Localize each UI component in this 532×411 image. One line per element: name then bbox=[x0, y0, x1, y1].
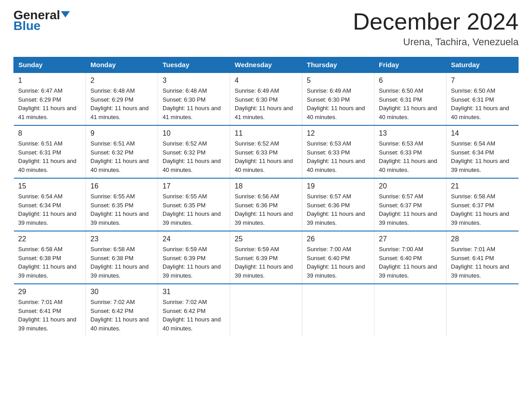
day-number: 24 bbox=[163, 235, 225, 243]
calendar-cell bbox=[230, 284, 302, 336]
page-header: General Blue December 2024 Urena, Tachir… bbox=[13, 9, 519, 48]
day-number: 5 bbox=[307, 77, 369, 85]
day-info: Sunrise: 6:53 AMSunset: 6:33 PMDaylight:… bbox=[307, 140, 365, 173]
calendar-cell: 30 Sunrise: 7:02 AMSunset: 6:42 PMDaylig… bbox=[86, 284, 158, 336]
day-info: Sunrise: 6:49 AMSunset: 6:30 PMDaylight:… bbox=[235, 87, 293, 120]
day-number: 20 bbox=[379, 182, 442, 190]
day-info: Sunrise: 6:55 AMSunset: 6:35 PMDaylight:… bbox=[163, 193, 221, 226]
day-info: Sunrise: 6:55 AMSunset: 6:35 PMDaylight:… bbox=[90, 193, 149, 226]
calendar-cell: 12 Sunrise: 6:53 AMSunset: 6:33 PMDaylig… bbox=[302, 125, 374, 178]
calendar-cell: 15 Sunrise: 6:54 AMSunset: 6:34 PMDaylig… bbox=[14, 178, 86, 231]
calendar-cell: 7 Sunrise: 6:50 AMSunset: 6:31 PMDayligh… bbox=[446, 73, 519, 125]
day-info: Sunrise: 6:59 AMSunset: 6:39 PMDaylight:… bbox=[163, 246, 221, 279]
day-info: Sunrise: 7:01 AMSunset: 6:41 PMDaylight:… bbox=[451, 246, 509, 279]
day-info: Sunrise: 6:59 AMSunset: 6:39 PMDaylight:… bbox=[235, 246, 293, 279]
calendar-cell: 19 Sunrise: 6:57 AMSunset: 6:36 PMDaylig… bbox=[302, 178, 374, 231]
day-number: 19 bbox=[307, 182, 369, 190]
day-info: Sunrise: 7:02 AMSunset: 6:42 PMDaylight:… bbox=[90, 299, 149, 332]
calendar-cell: 20 Sunrise: 6:57 AMSunset: 6:37 PMDaylig… bbox=[374, 178, 446, 231]
day-number: 10 bbox=[163, 129, 225, 137]
day-info: Sunrise: 6:49 AMSunset: 6:30 PMDaylight:… bbox=[307, 87, 365, 120]
calendar-cell: 31 Sunrise: 7:02 AMSunset: 6:42 PMDaylig… bbox=[158, 284, 230, 336]
logo: General Blue bbox=[13, 9, 70, 32]
calendar-table: Sunday Monday Tuesday Wednesday Thursday… bbox=[13, 57, 519, 336]
day-number: 6 bbox=[379, 77, 442, 85]
day-info: Sunrise: 7:02 AMSunset: 6:42 PMDaylight:… bbox=[163, 299, 221, 332]
day-number: 11 bbox=[235, 129, 297, 137]
calendar-cell: 18 Sunrise: 6:56 AMSunset: 6:36 PMDaylig… bbox=[230, 178, 302, 231]
day-number: 23 bbox=[90, 235, 153, 243]
calendar-header: Sunday Monday Tuesday Wednesday Thursday… bbox=[14, 57, 519, 73]
calendar-cell: 4 Sunrise: 6:49 AMSunset: 6:30 PMDayligh… bbox=[230, 73, 302, 125]
header-monday: Monday bbox=[86, 57, 158, 73]
day-number: 17 bbox=[163, 182, 225, 190]
day-info: Sunrise: 6:50 AMSunset: 6:31 PMDaylight:… bbox=[379, 87, 437, 120]
day-number: 1 bbox=[18, 77, 82, 85]
calendar-cell: 11 Sunrise: 6:52 AMSunset: 6:33 PMDaylig… bbox=[230, 125, 302, 178]
day-number: 8 bbox=[18, 129, 82, 137]
calendar-cell: 21 Sunrise: 6:58 AMSunset: 6:37 PMDaylig… bbox=[446, 178, 519, 231]
day-header-row: Sunday Monday Tuesday Wednesday Thursday… bbox=[14, 57, 519, 73]
day-info: Sunrise: 6:56 AMSunset: 6:36 PMDaylight:… bbox=[235, 193, 293, 226]
day-info: Sunrise: 6:57 AMSunset: 6:36 PMDaylight:… bbox=[307, 193, 365, 226]
calendar-cell: 24 Sunrise: 6:59 AMSunset: 6:39 PMDaylig… bbox=[158, 231, 230, 284]
calendar-subtitle: Urena, Tachira, Venezuela bbox=[353, 36, 519, 48]
day-info: Sunrise: 7:00 AMSunset: 6:40 PMDaylight:… bbox=[379, 246, 437, 279]
day-info: Sunrise: 6:52 AMSunset: 6:33 PMDaylight:… bbox=[235, 140, 293, 173]
calendar-cell: 8 Sunrise: 6:51 AMSunset: 6:31 PMDayligh… bbox=[14, 125, 86, 178]
header-friday: Friday bbox=[374, 57, 446, 73]
calendar-cell: 28 Sunrise: 7:01 AMSunset: 6:41 PMDaylig… bbox=[446, 231, 519, 284]
calendar-cell: 27 Sunrise: 7:00 AMSunset: 6:40 PMDaylig… bbox=[374, 231, 446, 284]
header-saturday: Saturday bbox=[446, 57, 519, 73]
day-info: Sunrise: 7:00 AMSunset: 6:40 PMDaylight:… bbox=[307, 246, 365, 279]
calendar-cell: 14 Sunrise: 6:54 AMSunset: 6:34 PMDaylig… bbox=[446, 125, 519, 178]
day-info: Sunrise: 6:54 AMSunset: 6:34 PMDaylight:… bbox=[451, 140, 509, 173]
day-number: 15 bbox=[18, 182, 82, 190]
day-number: 27 bbox=[379, 235, 442, 243]
day-info: Sunrise: 6:53 AMSunset: 6:33 PMDaylight:… bbox=[379, 140, 437, 173]
calendar-cell: 16 Sunrise: 6:55 AMSunset: 6:35 PMDaylig… bbox=[86, 178, 158, 231]
calendar-cell bbox=[446, 284, 519, 336]
logo-blue: Blue bbox=[13, 20, 41, 32]
calendar-cell: 25 Sunrise: 6:59 AMSunset: 6:39 PMDaylig… bbox=[230, 231, 302, 284]
calendar-cell: 22 Sunrise: 6:58 AMSunset: 6:38 PMDaylig… bbox=[14, 231, 86, 284]
calendar-week-2: 8 Sunrise: 6:51 AMSunset: 6:31 PMDayligh… bbox=[14, 125, 519, 178]
day-number: 4 bbox=[235, 77, 297, 85]
calendar-cell: 9 Sunrise: 6:51 AMSunset: 6:32 PMDayligh… bbox=[86, 125, 158, 178]
day-number: 2 bbox=[90, 77, 153, 85]
calendar-cell: 26 Sunrise: 7:00 AMSunset: 6:40 PMDaylig… bbox=[302, 231, 374, 284]
calendar-cell: 17 Sunrise: 6:55 AMSunset: 6:35 PMDaylig… bbox=[158, 178, 230, 231]
day-info: Sunrise: 6:58 AMSunset: 6:38 PMDaylight:… bbox=[18, 246, 77, 279]
day-info: Sunrise: 6:54 AMSunset: 6:34 PMDaylight:… bbox=[18, 193, 77, 226]
day-number: 26 bbox=[307, 235, 369, 243]
day-number: 21 bbox=[451, 182, 514, 190]
header-sunday: Sunday bbox=[14, 57, 86, 73]
header-thursday: Thursday bbox=[302, 57, 374, 73]
day-number: 31 bbox=[163, 288, 225, 296]
calendar-cell: 13 Sunrise: 6:53 AMSunset: 6:33 PMDaylig… bbox=[374, 125, 446, 178]
day-number: 9 bbox=[90, 129, 153, 137]
day-number: 30 bbox=[90, 288, 153, 296]
day-info: Sunrise: 6:58 AMSunset: 6:38 PMDaylight:… bbox=[90, 246, 149, 279]
calendar-cell: 6 Sunrise: 6:50 AMSunset: 6:31 PMDayligh… bbox=[374, 73, 446, 125]
calendar-week-5: 29 Sunrise: 7:01 AMSunset: 6:41 PMDaylig… bbox=[14, 284, 519, 336]
day-info: Sunrise: 6:47 AMSunset: 6:29 PMDaylight:… bbox=[18, 87, 77, 120]
day-number: 13 bbox=[379, 129, 442, 137]
calendar-cell: 3 Sunrise: 6:48 AMSunset: 6:30 PMDayligh… bbox=[158, 73, 230, 125]
header-tuesday: Tuesday bbox=[158, 57, 230, 73]
day-info: Sunrise: 6:51 AMSunset: 6:32 PMDaylight:… bbox=[90, 140, 149, 173]
calendar-week-3: 15 Sunrise: 6:54 AMSunset: 6:34 PMDaylig… bbox=[14, 178, 519, 231]
calendar-cell: 5 Sunrise: 6:49 AMSunset: 6:30 PMDayligh… bbox=[302, 73, 374, 125]
day-info: Sunrise: 6:50 AMSunset: 6:31 PMDaylight:… bbox=[451, 87, 509, 120]
calendar-week-4: 22 Sunrise: 6:58 AMSunset: 6:38 PMDaylig… bbox=[14, 231, 519, 284]
day-number: 18 bbox=[235, 182, 297, 190]
calendar-title: December 2024 bbox=[353, 9, 519, 34]
header-wednesday: Wednesday bbox=[230, 57, 302, 73]
calendar-cell: 1 Sunrise: 6:47 AMSunset: 6:29 PMDayligh… bbox=[14, 73, 86, 125]
calendar-cell bbox=[374, 284, 446, 336]
day-number: 3 bbox=[163, 77, 225, 85]
calendar-week-1: 1 Sunrise: 6:47 AMSunset: 6:29 PMDayligh… bbox=[14, 73, 519, 125]
day-number: 14 bbox=[451, 129, 514, 137]
day-info: Sunrise: 6:51 AMSunset: 6:31 PMDaylight:… bbox=[18, 140, 77, 173]
day-info: Sunrise: 7:01 AMSunset: 6:41 PMDaylight:… bbox=[18, 299, 77, 332]
